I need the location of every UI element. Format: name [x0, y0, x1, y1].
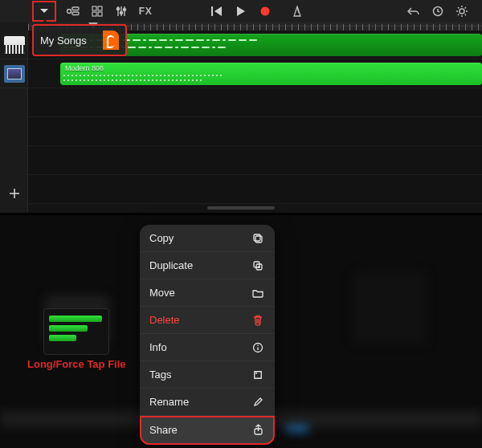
- folder-icon: [251, 286, 265, 300]
- share-icon: [251, 422, 265, 437]
- project-file-thumbnail[interactable]: [43, 308, 109, 355]
- menu-item-copy[interactable]: Copy: [140, 225, 275, 252]
- go-to-start-icon[interactable]: [208, 2, 226, 20]
- annotation-longtap: Long/Force Tap File: [27, 358, 126, 370]
- loop-icon[interactable]: [429, 2, 447, 20]
- menu-item-move[interactable]: Move: [140, 279, 275, 307]
- settings-icon[interactable]: [453, 2, 471, 20]
- svg-rect-13: [211, 6, 213, 16]
- fx-button[interactable]: FX: [137, 2, 154, 20]
- track-head-beatmachine[interactable]: [0, 59, 28, 88]
- menu-label: Duplicate: [149, 259, 193, 271]
- svg-point-0: [67, 10, 71, 14]
- duplicate-icon: [251, 259, 265, 273]
- dropdown-button[interactable]: [35, 2, 53, 20]
- svg-rect-4: [98, 6, 102, 10]
- mixer-icon[interactable]: [112, 2, 130, 20]
- svg-rect-21: [254, 234, 260, 241]
- menu-label: Copy: [149, 232, 174, 244]
- track-head-piano[interactable]: [0, 31, 28, 59]
- pencil-icon: [251, 395, 265, 409]
- svg-rect-20: [255, 236, 262, 242]
- piano-icon: [4, 36, 25, 54]
- menu-item-info[interactable]: Info: [140, 334, 275, 361]
- menu-label: Move: [149, 287, 175, 299]
- garageband-file-icon: [103, 31, 119, 50]
- grid-view-icon[interactable]: [88, 2, 106, 20]
- add-track-button[interactable]: [0, 179, 28, 208]
- svg-point-31: [255, 373, 257, 374]
- menu-item-rename[interactable]: Rename: [140, 389, 275, 416]
- garageband-editor: FX: [0, 0, 482, 213]
- midi-region-track2[interactable]: Modern 808: [60, 63, 482, 85]
- svg-point-14: [261, 7, 270, 16]
- drag-handle[interactable]: [207, 206, 275, 210]
- region-label: Modern 808: [65, 64, 104, 72]
- menu-label: Delete: [149, 314, 180, 326]
- svg-point-30: [257, 344, 259, 346]
- svg-rect-1: [72, 7, 79, 10]
- track-area: Modern 808: [0, 31, 482, 213]
- menu-item-share[interactable]: Share: [140, 416, 275, 443]
- files-browser: Long/Force Tap File Copy Duplicate Move …: [0, 215, 482, 448]
- menu-item-tags[interactable]: Tags: [140, 361, 275, 389]
- copy-icon: [251, 231, 265, 246]
- play-icon[interactable]: [232, 2, 250, 20]
- my-songs-label: My Songs: [40, 35, 87, 47]
- context-menu: Copy Duplicate Move Delete Info Tags: [140, 225, 275, 443]
- svg-point-17: [460, 9, 464, 14]
- menu-label: Info: [149, 341, 167, 353]
- record-icon[interactable]: [256, 2, 274, 20]
- svg-rect-2: [72, 12, 79, 15]
- menu-label: Share: [149, 424, 178, 436]
- track-view-icon[interactable]: [64, 2, 82, 20]
- menu-label: Rename: [149, 396, 189, 408]
- svg-point-12: [123, 8, 125, 10]
- my-songs-popover[interactable]: My Songs: [32, 24, 127, 56]
- editor-toolbar: FX: [0, 0, 482, 22]
- menu-item-delete[interactable]: Delete: [140, 307, 275, 334]
- svg-point-11: [120, 11, 122, 14]
- undo-icon[interactable]: [405, 2, 423, 20]
- metronome-icon[interactable]: [288, 2, 306, 20]
- trash-icon: [251, 313, 265, 328]
- info-icon: [251, 340, 265, 355]
- svg-point-10: [116, 7, 119, 10]
- svg-rect-3: [92, 6, 96, 10]
- svg-rect-5: [92, 12, 96, 16]
- tag-icon: [251, 368, 265, 382]
- svg-rect-6: [98, 12, 102, 16]
- menu-label: Tags: [149, 369, 171, 381]
- beat-machine-icon: [4, 65, 25, 83]
- menu-item-duplicate[interactable]: Duplicate: [140, 252, 275, 279]
